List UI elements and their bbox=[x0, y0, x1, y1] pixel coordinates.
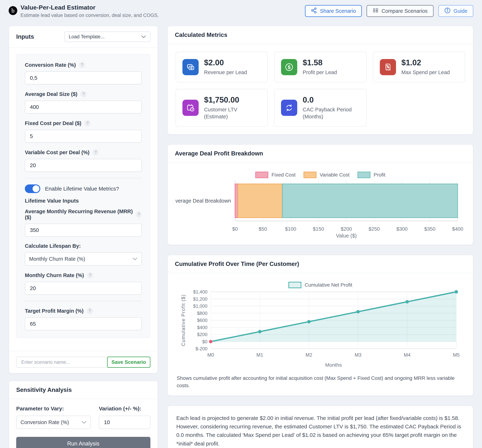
right-column: Calculated Metrics bbox=[167, 26, 473, 448]
mrr-field: Average Monthly Recurring Revenue (MRR) … bbox=[25, 208, 142, 237]
toggle-knob bbox=[32, 185, 40, 192]
metric-value: 0.0 bbox=[303, 95, 360, 104]
guide-button[interactable]: Guide bbox=[438, 5, 473, 17]
fixed-cost-label: Fixed Cost per Deal ($) bbox=[25, 120, 81, 126]
share-scenario-button[interactable]: Share Scenario bbox=[305, 5, 362, 17]
metric-value: $2.00 bbox=[204, 58, 247, 67]
divider bbox=[25, 178, 142, 178]
conversion-rate-input[interactable] bbox=[25, 72, 142, 84]
svg-text:$-200: $-200 bbox=[196, 346, 208, 351]
help-icon[interactable]: ? bbox=[84, 120, 91, 127]
run-analysis-button[interactable]: Run Analysis bbox=[16, 437, 150, 448]
lifespan-select-value: Monthly Churn Rate (%) bbox=[29, 256, 85, 262]
save-scenario-button[interactable]: Save Scenario bbox=[107, 357, 150, 368]
svg-text:$50: $50 bbox=[258, 226, 267, 232]
svg-text:$800: $800 bbox=[197, 311, 208, 316]
svg-text:$0: $0 bbox=[202, 339, 208, 344]
calendar-clock-icon bbox=[182, 100, 199, 116]
info-icon bbox=[444, 7, 451, 15]
fixed-cost-input[interactable] bbox=[25, 130, 142, 143]
legend-item-cumulative-net-profit[interactable]: Cumulative Net Profit bbox=[289, 282, 352, 288]
compare-scenarios-label: Compare Scenarios bbox=[381, 8, 427, 14]
page-title: Value-Per-Lead Estimator bbox=[21, 4, 159, 11]
svg-text:$300: $300 bbox=[396, 226, 408, 232]
inputs-group: Conversion Rate (%) ? Average Deal Size … bbox=[16, 54, 150, 338]
page-subtitle: Estimate lead value based on conversion,… bbox=[21, 13, 159, 18]
logo-letter: b bbox=[11, 7, 15, 14]
metric-value: $1.58 bbox=[303, 58, 337, 67]
mrr-label: Average Monthly Recurring Revenue (MRR) … bbox=[25, 208, 133, 220]
svg-text:$250: $250 bbox=[369, 226, 380, 232]
help-icon[interactable]: ? bbox=[79, 62, 85, 68]
legend-swatch bbox=[289, 282, 301, 288]
ltv-toggle-label: Enable Lifetime Value Metrics? bbox=[45, 186, 119, 192]
chevron-down-icon bbox=[81, 421, 87, 424]
metric-value: $1.02 bbox=[402, 58, 450, 67]
variation-input[interactable] bbox=[99, 416, 150, 429]
compare-list-icon bbox=[372, 7, 378, 15]
ltv-heading: Lifetime Value Inputs bbox=[25, 198, 142, 204]
lifespan-label: Calculate Lifespan By: bbox=[25, 243, 81, 249]
compare-scenarios-button[interactable]: Compare Scenarios bbox=[367, 5, 434, 17]
variable-cost-input[interactable] bbox=[25, 159, 142, 172]
legend-label: Profit bbox=[374, 172, 386, 178]
legend-swatch bbox=[304, 172, 316, 178]
chevron-down-icon bbox=[141, 35, 146, 38]
help-icon[interactable]: ? bbox=[92, 149, 99, 156]
currency-dollar-icon: $ bbox=[281, 59, 297, 75]
variable-cost-label: Variable Cost per Deal (%) bbox=[25, 150, 89, 155]
sensitivity-panel: Sensitivity Analysis Parameter to Vary: … bbox=[9, 381, 158, 448]
help-icon[interactable]: ? bbox=[136, 211, 142, 218]
inputs-title: Inputs bbox=[16, 33, 34, 40]
parameter-to-vary-value: Conversion Rate (%) bbox=[21, 419, 69, 425]
lifespan-field: Calculate Lifespan By: Monthly Churn Rat… bbox=[25, 243, 142, 265]
deal-size-field: Average Deal Size ($) ? bbox=[25, 91, 142, 113]
banknotes-icon bbox=[182, 59, 199, 75]
churn-input[interactable] bbox=[25, 282, 142, 295]
deal-size-input[interactable] bbox=[25, 101, 142, 113]
cumulative-title: Cumulative Profit Over Time (Per Custome… bbox=[175, 261, 299, 267]
fixed-cost-field: Fixed Cost per Deal ($) ? bbox=[25, 120, 142, 143]
scenario-name-input[interactable] bbox=[16, 357, 108, 368]
svg-text:M3: M3 bbox=[355, 352, 362, 358]
svg-text:Average Deal Breakdown: Average Deal Breakdown bbox=[176, 198, 231, 204]
help-icon[interactable]: ? bbox=[87, 272, 93, 279]
svg-text:$400: $400 bbox=[197, 325, 208, 330]
metric-profit-per-lead: $ $1.58 Profit per Lead bbox=[274, 52, 366, 82]
cumulative-legend: Cumulative Net Profit bbox=[176, 282, 465, 288]
svg-text:$400: $400 bbox=[452, 226, 463, 232]
ltv-toggle-row: Enable Lifetime Value Metrics? bbox=[25, 184, 142, 193]
share-icon bbox=[311, 7, 317, 15]
help-icon[interactable]: ? bbox=[80, 91, 87, 97]
metric-revenue-per-lead: $2.00 Revenue per Lead bbox=[176, 52, 268, 82]
target-margin-field: Target Profit Margin (%) ? bbox=[25, 308, 142, 330]
variable-cost-field: Variable Cost per Deal (%) ? bbox=[25, 149, 142, 172]
svg-text:$150: $150 bbox=[313, 226, 324, 232]
metrics-title: Calculated Metrics bbox=[175, 32, 227, 38]
breakdown-chart: $0$50$100$150$200$250$300$350$400Average… bbox=[176, 179, 464, 239]
summary-text: Each lead is projected to generate $2.00… bbox=[176, 414, 464, 448]
svg-text:$0: $0 bbox=[232, 226, 238, 232]
share-scenario-label: Share Scenario bbox=[320, 8, 356, 14]
chevron-down-icon bbox=[132, 257, 137, 261]
help-icon[interactable]: ? bbox=[87, 308, 93, 314]
inputs-panel: Inputs Load Template... Conversion Rate … bbox=[9, 26, 158, 374]
variation-label: Variation (+/- %): bbox=[99, 406, 150, 412]
breakdown-title: Average Deal Profit Breakdown bbox=[175, 150, 263, 157]
svg-text:M2: M2 bbox=[305, 352, 312, 358]
svg-text:$350: $350 bbox=[424, 226, 435, 232]
parameter-to-vary-select[interactable]: Conversion Rate (%) bbox=[16, 416, 91, 429]
svg-text:M5: M5 bbox=[453, 352, 460, 358]
receipt-icon bbox=[380, 59, 396, 75]
load-template-select[interactable]: Load Template... bbox=[64, 32, 150, 42]
svg-text:Value ($): Value ($) bbox=[336, 233, 357, 239]
legend-item-fixed-cost[interactable]: Fixed Cost bbox=[255, 172, 296, 178]
metric-max-spend-per-lead: $1.02 Max Spend per Lead bbox=[373, 52, 465, 82]
target-margin-input[interactable] bbox=[25, 317, 142, 330]
mrr-input[interactable] bbox=[25, 224, 142, 237]
legend-item-profit[interactable]: Profit bbox=[357, 172, 386, 178]
lifespan-select[interactable]: Monthly Churn Rate (%) bbox=[25, 252, 142, 265]
svg-text:$1,000: $1,000 bbox=[193, 303, 208, 309]
legend-item-variable-cost[interactable]: Variable Cost bbox=[304, 172, 350, 178]
ltv-toggle[interactable] bbox=[25, 184, 40, 193]
